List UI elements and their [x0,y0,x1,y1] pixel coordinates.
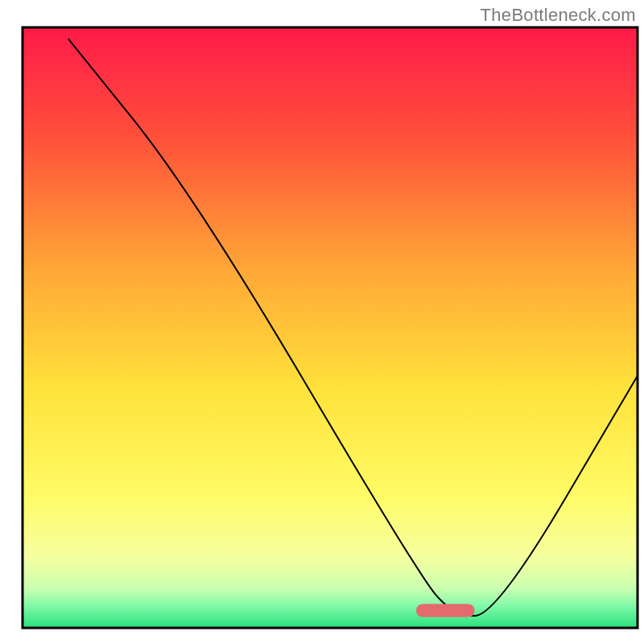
plot-background [23,27,638,628]
attribution-text: TheBottleneck.com [481,5,636,26]
optimal-range-marker [416,604,475,617]
chart-container: TheBottleneck.com [0,0,644,644]
bottleneck-chart [0,0,644,644]
